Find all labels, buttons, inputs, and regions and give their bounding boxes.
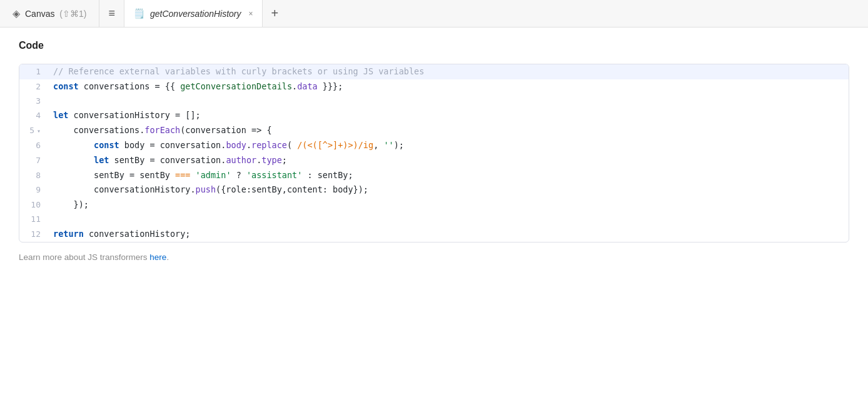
code-line-5: 5▾ conversations.forEach(conversation =>… (19, 123, 849, 138)
canvas-label: Canvas (⇧⌘1) (25, 9, 86, 19)
tab-close-button[interactable]: × (249, 9, 253, 18)
code-editor[interactable]: 1 // Reference external variables with c… (19, 64, 849, 242)
code-line-11: 11 (19, 212, 849, 227)
code-line-4: 4 let conversationHistory = []; (19, 108, 849, 123)
tab-file-icon: 🗒️ (133, 8, 145, 19)
line-number-11: 11 (19, 213, 51, 226)
code-line-6: 6 const body = conversation.body.replace… (19, 138, 849, 153)
code-line-1: 1 // Reference external variables with c… (19, 64, 849, 79)
line-number-3: 3 (19, 95, 51, 108)
line-number-1: 1 (19, 66, 51, 79)
line-number-9: 9 (19, 184, 51, 197)
code-line-7: 7 let sentBy = conversation.author.type; (19, 153, 849, 168)
code-line-8: 8 sentBy = sentBy === 'admin' ? 'assista… (19, 168, 849, 183)
code-content-4: let conversationHistory = []; (51, 109, 211, 122)
line-number-7: 7 (19, 154, 51, 168)
code-line-3: 3 (19, 94, 849, 109)
canvas-tab[interactable]: ◈ Canvas (⇧⌘1) (0, 0, 99, 27)
code-line-12: 12 return conversationHistory; (19, 227, 849, 242)
code-content-12: return conversationHistory; (51, 228, 200, 241)
code-content-5: conversations.forEach(conversation => { (51, 124, 282, 138)
code-line-2: 2 const conversations = {{ getConversati… (19, 79, 849, 94)
line-number-4: 4 (19, 109, 51, 122)
code-content-6: const body = conversation.body.replace( … (51, 139, 414, 152)
line-number-12: 12 (19, 228, 51, 241)
line-number-5: 5▾ (19, 124, 51, 138)
active-tab[interactable]: 🗒️ getConversationHistory × (124, 0, 263, 27)
add-tab-button[interactable]: + (263, 0, 288, 27)
footer-text: Learn more about JS transformers here. (19, 252, 849, 262)
canvas-icon: ◈ (13, 8, 20, 19)
code-content-8: sentBy = sentBy === 'admin' ? 'assistant… (51, 169, 363, 182)
code-line-9: 9 conversationHistory.push({role:sentBy,… (19, 182, 849, 198)
code-content-2: const conversations = {{ getConversation… (51, 80, 353, 94)
line-number-10: 10 (19, 199, 51, 212)
line-number-6: 6 (19, 139, 51, 152)
code-content-10: }); (51, 198, 99, 212)
line-number-2: 2 (19, 81, 51, 94)
tab-bar: ◈ Canvas (⇧⌘1) ≡ 🗒️ getConversationHisto… (0, 0, 868, 28)
section-title: Code (19, 40, 849, 51)
code-content-9: conversationHistory.push({role:sentBy,co… (51, 183, 378, 197)
code-content-7: let sentBy = conversation.author.type; (51, 154, 297, 168)
active-tab-label: getConversationHistory (150, 9, 241, 19)
code-line-10: 10 }); (19, 198, 849, 212)
line-number-8: 8 (19, 169, 51, 182)
main-content: Code 1 // Reference external variables w… (0, 28, 868, 274)
hamburger-button[interactable]: ≡ (99, 0, 124, 27)
code-content-1: // Reference external variables with cur… (51, 65, 434, 79)
footer-link[interactable]: here (149, 252, 166, 262)
